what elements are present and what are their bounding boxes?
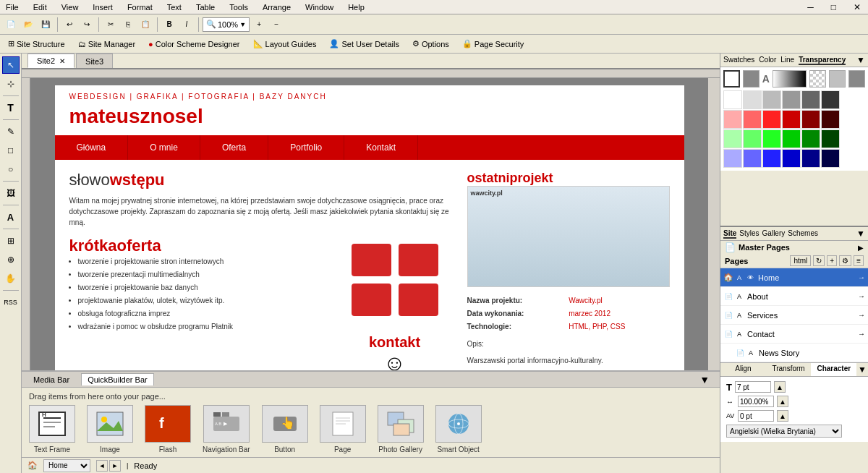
tab-transparency[interactable]: Transparency: [799, 56, 846, 65]
trans-cell-04[interactable]: [801, 90, 820, 109]
trans-cell-12[interactable]: [762, 110, 781, 129]
trans-cell-00[interactable]: [723, 90, 742, 109]
trans-cell-10[interactable]: [723, 110, 742, 129]
site-panel-options-icon[interactable]: ▼: [856, 229, 865, 239]
trans-cell-31[interactable]: [743, 149, 762, 168]
font-tool-btn[interactable]: A: [2, 208, 20, 226]
trans-gray-swatch[interactable]: [829, 70, 846, 88]
undo-btn[interactable]: ↩: [61, 17, 77, 33]
width-increment-btn[interactable]: ▲: [777, 396, 788, 407]
open-btn[interactable]: 📂: [20, 17, 36, 33]
italic-btn[interactable]: I: [179, 17, 195, 33]
tab-align[interactable]: Align: [720, 363, 766, 376]
tab-color[interactable]: Color: [759, 56, 776, 65]
menu-edit[interactable]: Edit: [30, 1, 50, 13]
align-panel-options[interactable]: ▼: [856, 363, 868, 376]
menu-insert[interactable]: Insert: [90, 1, 116, 13]
trans-cell-15[interactable]: [821, 110, 840, 129]
master-pages-expand[interactable]: ▶: [858, 244, 864, 252]
page-item-about[interactable]: 📄 A About →: [720, 287, 868, 306]
maximize-btn[interactable]: □: [827, 2, 841, 12]
color-scheme-btn[interactable]: ● Color Scheme Designer: [143, 38, 244, 51]
trans-checker-swatch[interactable]: [809, 70, 826, 88]
menu-text[interactable]: Text: [164, 1, 184, 13]
options-btn[interactable]: ⚙ Options: [407, 37, 454, 51]
language-select[interactable]: Angielski (Wielka Brytania): [726, 425, 842, 438]
tab-site[interactable]: Site: [723, 229, 736, 239]
menu-table[interactable]: Table: [193, 1, 218, 13]
redo-btn[interactable]: ↪: [79, 17, 95, 33]
trans-cell-05[interactable]: [821, 90, 840, 109]
trans-cell-25[interactable]: [821, 129, 840, 148]
trans-cell-21[interactable]: [743, 129, 762, 148]
trans-dark-swatch[interactable]: [848, 70, 865, 88]
width-input[interactable]: [738, 396, 774, 407]
trans-stroke-swatch[interactable]: [743, 70, 760, 88]
cut-btn[interactable]: ✂: [103, 17, 119, 33]
extra-tool-btn[interactable]: RSS: [2, 294, 20, 311]
ellipse-tool-btn[interactable]: ○: [2, 161, 20, 178]
pan-tool-btn[interactable]: ✋: [2, 270, 20, 287]
menu-help[interactable]: Help: [345, 1, 367, 13]
trans-cell-22[interactable]: [762, 129, 781, 148]
pages-refresh-btn[interactable]: ↻: [813, 255, 825, 266]
trans-cell-11[interactable]: [743, 110, 762, 129]
nav-portfolio[interactable]: Portfolio: [268, 135, 344, 160]
tab-gallery[interactable]: Gallery: [762, 229, 786, 239]
tab-site3[interactable]: Site3: [76, 54, 113, 68]
tool-text-frame[interactable]: H Text Frame: [29, 405, 75, 453]
kern-input[interactable]: [738, 410, 774, 422]
tool-flash[interactable]: f Flash: [145, 405, 191, 453]
tool-nav-bar[interactable]: A B ▶ Navigation Bar: [203, 405, 250, 453]
new-btn[interactable]: 📄: [3, 17, 19, 33]
tool-image[interactable]: Image: [87, 405, 133, 453]
rect-tool-btn[interactable]: □: [2, 142, 20, 159]
tab-schemes[interactable]: Schemes: [788, 229, 818, 239]
trans-cell-30[interactable]: [723, 149, 742, 168]
pages-settings-btn[interactable]: ⚙: [839, 255, 851, 266]
canvas-scroll[interactable]: WEBDESIGN | GRAFIKA | FOTOGRAFIA | BAZY …: [22, 69, 720, 370]
nav-kontakt[interactable]: Kontakt: [344, 135, 418, 160]
status-forward-btn[interactable]: ►: [109, 460, 121, 472]
site-manager-btn[interactable]: 🗂 Site Manager: [73, 38, 140, 51]
tool-button[interactable]: 👆 Button: [262, 405, 308, 453]
tab-media-bar[interactable]: Media Bar: [27, 374, 75, 385]
save-btn[interactable]: 💾: [38, 17, 54, 33]
page-item-contact[interactable]: 📄 A Contact →: [720, 325, 868, 344]
trans-cell-02[interactable]: [762, 90, 781, 109]
text-tool-btn[interactable]: T: [2, 99, 20, 116]
tool-smart-object[interactable]: Smart Object: [435, 405, 482, 453]
image-tool-btn[interactable]: 🖼: [2, 184, 20, 202]
minimize-btn[interactable]: ─: [803, 2, 818, 12]
page-select[interactable]: Home About Services Contact: [43, 459, 90, 472]
page-item-home[interactable]: 🏠 A 👁 Home →: [720, 268, 868, 287]
canvas-area[interactable]: WEBDESIGN | GRAFIKA | FOTOGRAFIA | BAZY …: [22, 69, 720, 370]
bottom-panel-close-btn[interactable]: ▼: [695, 372, 714, 387]
menu-format[interactable]: Format: [124, 1, 156, 13]
select-tool-btn[interactable]: ↖: [2, 56, 20, 74]
tab-site2[interactable]: Site2 ✕: [27, 54, 75, 68]
trans-cell-23[interactable]: [782, 129, 801, 148]
copy-btn[interactable]: ⎘: [120, 17, 136, 33]
trans-cell-13[interactable]: [782, 110, 801, 129]
tab-site2-close[interactable]: ✕: [59, 57, 65, 65]
status-back-btn[interactable]: ◄: [96, 460, 108, 472]
zoom-out-btn[interactable]: −: [268, 17, 284, 33]
zoom-dropdown-btn[interactable]: ▼: [239, 21, 246, 28]
layout-guides-btn[interactable]: 📐 Layout Guides: [248, 37, 322, 51]
trans-cell-32[interactable]: [762, 149, 781, 168]
tab-transform[interactable]: Transform: [766, 363, 812, 376]
trans-cell-01[interactable]: [743, 90, 762, 109]
tool-page[interactable]: Page: [320, 405, 366, 453]
zoom-in-btn[interactable]: +: [251, 17, 267, 33]
zoom-control[interactable]: 🔍 100% ▼: [203, 17, 250, 32]
kern-increment-btn[interactable]: ▲: [777, 410, 788, 422]
font-size-input[interactable]: [735, 381, 771, 393]
site-structure-btn[interactable]: ⊞ Site Structure: [3, 37, 70, 51]
trans-fill-swatch[interactable]: [723, 70, 740, 88]
panel-options-icon[interactable]: ▼: [856, 55, 865, 65]
trans-cell-24[interactable]: [801, 129, 820, 148]
menu-file[interactable]: File: [3, 1, 22, 13]
pages-options-btn[interactable]: ≡: [854, 255, 864, 266]
draw-tool-btn[interactable]: ✎: [2, 123, 20, 140]
